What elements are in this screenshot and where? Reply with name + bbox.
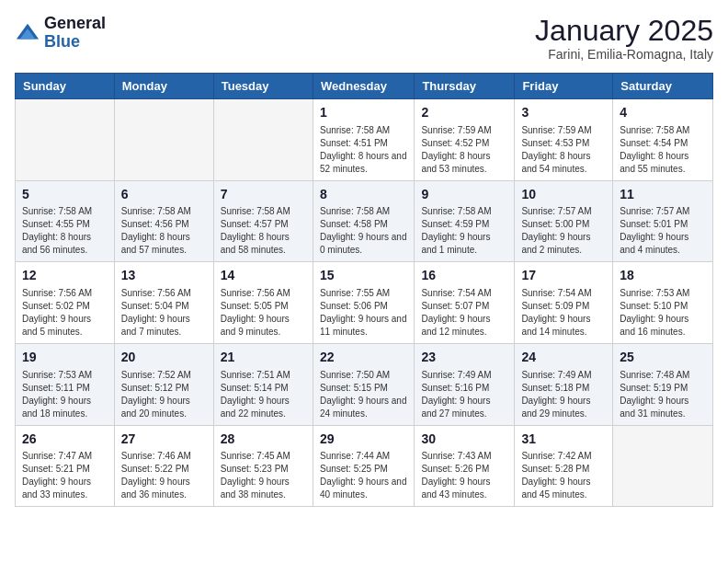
calendar-cell: 8Sunrise: 7:58 AM Sunset: 4:58 PM Daylig… <box>313 180 414 262</box>
calendar-cell: 30Sunrise: 7:43 AM Sunset: 5:26 PM Dayli… <box>415 425 515 507</box>
calendar-cell: 23Sunrise: 7:49 AM Sunset: 5:16 PM Dayli… <box>415 343 515 425</box>
day-number: 9 <box>421 186 507 204</box>
day-info: Sunrise: 7:50 AM Sunset: 5:15 PM Dayligh… <box>320 369 407 420</box>
weekday-header-wednesday: Wednesday <box>313 74 414 99</box>
calendar-cell <box>114 99 213 181</box>
calendar-cell: 14Sunrise: 7:56 AM Sunset: 5:05 PM Dayli… <box>213 262 313 344</box>
weekday-header-friday: Friday <box>515 74 613 99</box>
day-number: 15 <box>320 267 407 285</box>
calendar-cell: 17Sunrise: 7:54 AM Sunset: 5:09 PM Dayli… <box>515 262 613 344</box>
day-info: Sunrise: 7:49 AM Sunset: 5:16 PM Dayligh… <box>421 369 507 420</box>
calendar-cell: 20Sunrise: 7:52 AM Sunset: 5:12 PM Dayli… <box>114 343 213 425</box>
logo: General Blue <box>15 15 106 52</box>
day-info: Sunrise: 7:57 AM Sunset: 5:01 PM Dayligh… <box>620 205 706 257</box>
weekday-header-sunday: Sunday <box>16 74 115 99</box>
day-info: Sunrise: 7:44 AM Sunset: 5:25 PM Dayligh… <box>320 450 407 501</box>
day-info: Sunrise: 7:54 AM Sunset: 5:09 PM Dayligh… <box>521 287 606 339</box>
calendar-cell: 31Sunrise: 7:42 AM Sunset: 5:28 PM Dayli… <box>515 425 613 507</box>
day-info: Sunrise: 7:55 AM Sunset: 5:06 PM Dayligh… <box>320 287 407 339</box>
month-title: January 2025 <box>535 15 713 47</box>
day-number: 5 <box>22 186 108 204</box>
calendar-cell: 21Sunrise: 7:51 AM Sunset: 5:14 PM Dayli… <box>213 343 313 425</box>
day-info: Sunrise: 7:45 AM Sunset: 5:23 PM Dayligh… <box>221 450 306 501</box>
page-header: General Blue January 2025 Farini, Emilia… <box>15 15 713 62</box>
calendar-cell: 6Sunrise: 7:58 AM Sunset: 4:56 PM Daylig… <box>114 180 213 262</box>
day-info: Sunrise: 7:43 AM Sunset: 5:26 PM Dayligh… <box>421 450 507 501</box>
calendar-cell: 1Sunrise: 7:58 AM Sunset: 4:51 PM Daylig… <box>313 99 414 181</box>
day-number: 24 <box>521 349 606 367</box>
calendar-cell: 24Sunrise: 7:49 AM Sunset: 5:18 PM Dayli… <box>515 343 613 425</box>
day-number: 12 <box>22 267 108 285</box>
logo-icon <box>15 20 40 46</box>
calendar-table: SundayMondayTuesdayWednesdayThursdayFrid… <box>15 73 713 507</box>
day-number: 19 <box>22 349 108 367</box>
day-info: Sunrise: 7:58 AM Sunset: 4:59 PM Dayligh… <box>421 205 507 257</box>
day-number: 20 <box>121 349 207 367</box>
calendar-week-row: 19Sunrise: 7:53 AM Sunset: 5:11 PM Dayli… <box>16 343 713 425</box>
day-info: Sunrise: 7:58 AM Sunset: 4:51 PM Dayligh… <box>320 124 407 176</box>
calendar-cell: 4Sunrise: 7:58 AM Sunset: 4:54 PM Daylig… <box>613 99 713 181</box>
day-number: 28 <box>221 431 306 449</box>
calendar-cell <box>613 425 713 507</box>
day-number: 22 <box>320 349 407 367</box>
day-info: Sunrise: 7:57 AM Sunset: 5:00 PM Dayligh… <box>521 205 606 257</box>
day-info: Sunrise: 7:47 AM Sunset: 5:21 PM Dayligh… <box>22 450 108 501</box>
day-number: 6 <box>121 186 207 204</box>
day-info: Sunrise: 7:48 AM Sunset: 5:19 PM Dayligh… <box>620 369 706 420</box>
day-info: Sunrise: 7:56 AM Sunset: 5:04 PM Dayligh… <box>121 287 207 339</box>
day-number: 16 <box>421 267 507 285</box>
day-number: 27 <box>121 431 207 449</box>
calendar-cell: 16Sunrise: 7:54 AM Sunset: 5:07 PM Dayli… <box>415 262 515 344</box>
location-subtitle: Farini, Emilia-Romagna, Italy <box>535 47 713 62</box>
day-number: 21 <box>221 349 306 367</box>
day-info: Sunrise: 7:58 AM Sunset: 4:54 PM Dayligh… <box>620 124 706 176</box>
day-number: 25 <box>620 349 706 367</box>
day-info: Sunrise: 7:53 AM Sunset: 5:11 PM Dayligh… <box>22 369 108 420</box>
day-info: Sunrise: 7:46 AM Sunset: 5:22 PM Dayligh… <box>121 450 207 501</box>
calendar-header: SundayMondayTuesdayWednesdayThursdayFrid… <box>16 74 713 99</box>
calendar-cell: 27Sunrise: 7:46 AM Sunset: 5:22 PM Dayli… <box>114 425 213 507</box>
calendar-cell: 10Sunrise: 7:57 AM Sunset: 5:00 PM Dayli… <box>515 180 613 262</box>
day-info: Sunrise: 7:51 AM Sunset: 5:14 PM Dayligh… <box>221 369 306 420</box>
day-info: Sunrise: 7:42 AM Sunset: 5:28 PM Dayligh… <box>521 450 606 501</box>
calendar-cell: 28Sunrise: 7:45 AM Sunset: 5:23 PM Dayli… <box>213 425 313 507</box>
day-number: 1 <box>320 104 407 122</box>
day-info: Sunrise: 7:58 AM Sunset: 4:56 PM Dayligh… <box>121 205 207 257</box>
calendar-cell: 22Sunrise: 7:50 AM Sunset: 5:15 PM Dayli… <box>313 343 414 425</box>
day-number: 3 <box>521 104 606 122</box>
title-block: January 2025 Farini, Emilia-Romagna, Ita… <box>535 15 713 62</box>
day-number: 14 <box>221 267 306 285</box>
calendar-cell: 25Sunrise: 7:48 AM Sunset: 5:19 PM Dayli… <box>613 343 713 425</box>
logo-text: General Blue <box>44 15 106 52</box>
day-number: 23 <box>421 349 507 367</box>
calendar-cell: 29Sunrise: 7:44 AM Sunset: 5:25 PM Dayli… <box>313 425 414 507</box>
calendar-cell: 13Sunrise: 7:56 AM Sunset: 5:04 PM Dayli… <box>114 262 213 344</box>
calendar-body: 1Sunrise: 7:58 AM Sunset: 4:51 PM Daylig… <box>16 99 713 507</box>
calendar-week-row: 26Sunrise: 7:47 AM Sunset: 5:21 PM Dayli… <box>16 425 713 507</box>
logo-blue: Blue <box>44 33 106 52</box>
calendar-cell: 3Sunrise: 7:59 AM Sunset: 4:53 PM Daylig… <box>515 99 613 181</box>
day-info: Sunrise: 7:54 AM Sunset: 5:07 PM Dayligh… <box>421 287 507 339</box>
day-number: 18 <box>620 267 706 285</box>
weekday-header-saturday: Saturday <box>613 74 713 99</box>
calendar-week-row: 1Sunrise: 7:58 AM Sunset: 4:51 PM Daylig… <box>16 99 713 181</box>
weekday-header-monday: Monday <box>114 74 213 99</box>
day-info: Sunrise: 7:53 AM Sunset: 5:10 PM Dayligh… <box>620 287 706 339</box>
day-info: Sunrise: 7:58 AM Sunset: 4:57 PM Dayligh… <box>221 205 306 257</box>
calendar-cell: 18Sunrise: 7:53 AM Sunset: 5:10 PM Dayli… <box>613 262 713 344</box>
calendar-cell: 15Sunrise: 7:55 AM Sunset: 5:06 PM Dayli… <box>313 262 414 344</box>
day-number: 17 <box>521 267 606 285</box>
day-info: Sunrise: 7:59 AM Sunset: 4:52 PM Dayligh… <box>421 124 507 176</box>
day-number: 31 <box>521 431 606 449</box>
day-number: 13 <box>121 267 207 285</box>
day-info: Sunrise: 7:58 AM Sunset: 4:55 PM Dayligh… <box>22 205 108 257</box>
calendar-cell: 19Sunrise: 7:53 AM Sunset: 5:11 PM Dayli… <box>16 343 115 425</box>
day-number: 8 <box>320 186 407 204</box>
day-number: 7 <box>221 186 306 204</box>
calendar-cell: 7Sunrise: 7:58 AM Sunset: 4:57 PM Daylig… <box>213 180 313 262</box>
day-number: 11 <box>620 186 706 204</box>
day-number: 26 <box>22 431 108 449</box>
calendar-cell: 5Sunrise: 7:58 AM Sunset: 4:55 PM Daylig… <box>16 180 115 262</box>
day-info: Sunrise: 7:56 AM Sunset: 5:05 PM Dayligh… <box>221 287 306 339</box>
day-number: 29 <box>320 431 407 449</box>
